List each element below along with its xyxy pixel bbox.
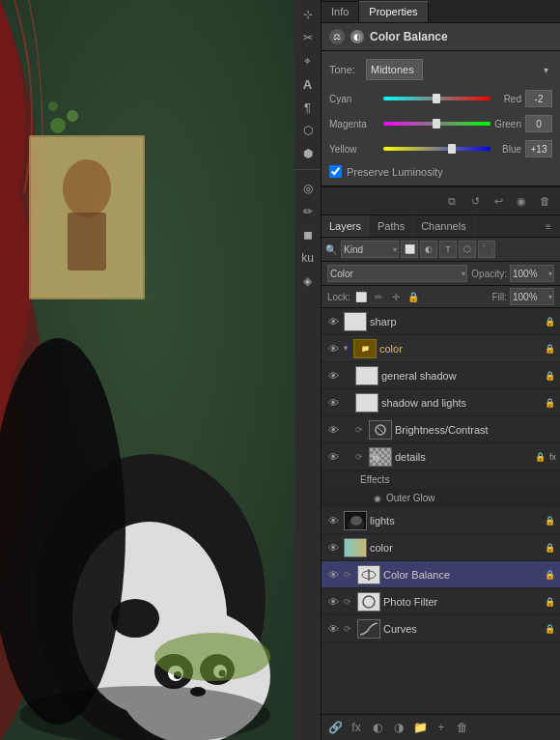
yellow-label: Yellow xyxy=(329,144,379,155)
filter-shape-btn[interactable]: ⬡ xyxy=(459,241,476,258)
rotate-icon[interactable]: ↺ xyxy=(465,191,485,211)
layers-menu-btn[interactable]: ≡ xyxy=(541,218,556,234)
tool-3d[interactable]: ◈ xyxy=(297,270,319,292)
layer-item-lights[interactable]: 👁 lights 🔒 xyxy=(322,507,560,534)
layer-name-details: details xyxy=(395,451,534,463)
undo-icon[interactable]: ↩ xyxy=(489,191,508,211)
preserve-luminosity-checkbox[interactable] xyxy=(329,165,342,178)
layer-item-photo-filter[interactable]: 👁 ⟳ Photo Filter 🔒 xyxy=(322,588,560,615)
blend-mode-select[interactable]: Color xyxy=(327,265,467,282)
tone-select-wrap: Midtones Shadows Highlights xyxy=(366,59,552,80)
opacity-select[interactable]: 100% xyxy=(510,265,554,282)
layer-vis-color-group[interactable]: 👁 xyxy=(325,341,341,356)
layer-item-details[interactable]: 👁 ⟳ fx details 🔒 fx xyxy=(322,443,560,470)
tool-text2[interactable]: ku xyxy=(297,247,319,269)
layer-lock-color-balance: 🔒 xyxy=(543,568,556,582)
layer-name-sharp: sharp xyxy=(370,316,543,327)
layer-vis-brightness[interactable]: 👁 xyxy=(325,422,341,438)
effects-outer-glow[interactable]: ◉ Outer Glow xyxy=(322,490,560,507)
lock-image-btn[interactable]: ✏ xyxy=(372,290,385,303)
layer-lock-color-group: 🔒 xyxy=(543,342,556,356)
cyan-red-slider[interactable] xyxy=(383,93,490,104)
layer-vis-general-shadow[interactable]: 👁 xyxy=(325,368,341,384)
layer-item-color-gradient[interactable]: 👁 color 🔒 xyxy=(322,534,560,561)
filter-adjustment-btn[interactable]: ◐ xyxy=(420,241,437,258)
lock-transparent-btn[interactable]: ⬜ xyxy=(354,290,368,303)
layer-name-lights: lights xyxy=(370,515,543,527)
tab-info[interactable]: Info xyxy=(322,1,359,22)
layer-vis-color-gradient[interactable]: 👁 xyxy=(325,540,341,555)
new-adjustment-btn[interactable]: ◑ xyxy=(389,718,408,737)
layer-thumb-general-shadow xyxy=(355,366,378,385)
tool-stamp[interactable]: ◎ xyxy=(297,178,319,199)
right-panel: Info Properties ⚖ ◐ Color Balance Tone: … xyxy=(322,0,560,740)
delete-layer-btn[interactable]: 🗑 xyxy=(453,718,472,737)
layer-name-color-group: color xyxy=(379,343,543,355)
visibility-icon[interactable]: ◉ xyxy=(512,191,531,211)
layer-vis-curves[interactable]: 👁 xyxy=(325,621,341,637)
cyan-red-value[interactable]: -2 xyxy=(525,90,552,107)
layer-vis-sharp[interactable]: 👁 xyxy=(325,314,341,329)
tab-channels[interactable]: Channels xyxy=(413,215,474,237)
outer-glow-vis[interactable]: ◉ xyxy=(372,493,383,504)
tool-select[interactable]: ✂ xyxy=(297,27,319,48)
lock-position-btn[interactable]: ✛ xyxy=(389,290,403,303)
cyan-label: Cyan xyxy=(329,94,379,104)
tool-lasso[interactable]: ⌖ xyxy=(297,50,319,71)
layer-vis-photo-filter[interactable]: 👁 xyxy=(325,594,341,610)
svg-point-6 xyxy=(50,118,66,133)
clipboard-icon[interactable]: ⧉ xyxy=(442,191,462,211)
layer-item-general-shadow[interactable]: 👁 general shadow 🔒 xyxy=(322,362,560,389)
filter-icon: 🔍 xyxy=(325,244,337,255)
fill-select[interactable]: 100% xyxy=(510,288,554,305)
filter-kind-select[interactable]: Kind xyxy=(341,241,399,258)
add-mask-btn[interactable]: ◐ xyxy=(368,718,387,737)
new-layer-btn[interactable]: + xyxy=(432,718,451,737)
link-layers-btn[interactable]: 🔗 xyxy=(325,718,345,737)
lock-all-btn[interactable]: 🔒 xyxy=(406,290,420,303)
opacity-label: Opacity: xyxy=(471,269,507,279)
layer-lock-sharp: 🔒 xyxy=(543,315,556,328)
tool-para[interactable]: ¶ xyxy=(297,97,319,118)
magenta-green-value[interactable]: 0 xyxy=(525,115,552,132)
delete-icon[interactable]: 🗑 xyxy=(535,191,554,211)
layer-item-curves[interactable]: 👁 ⟳ Curves 🔒 xyxy=(322,615,560,642)
layer-vis-shadow-lights[interactable]: 👁 xyxy=(325,395,341,411)
yellow-blue-slider[interactable] xyxy=(383,143,490,155)
add-style-btn[interactable]: fx xyxy=(347,718,366,737)
svg-point-7 xyxy=(67,110,78,122)
layer-link-photo-filter: ⟳ xyxy=(341,595,354,609)
new-group-btn[interactable]: 📁 xyxy=(410,718,430,737)
tool-move[interactable]: ⊹ xyxy=(297,4,319,25)
layer-item-color-balance[interactable]: 👁 ⟳ Color Balance 🔒 xyxy=(322,561,560,588)
layer-lock-photo-filter: 🔒 xyxy=(543,595,556,609)
preserve-luminosity-label: Preserve Luminosity xyxy=(347,166,443,178)
layer-thumb-details: fx xyxy=(369,447,392,467)
layer-item-color-group[interactable]: 👁 ▼ 📁 color 🔒 xyxy=(322,335,560,362)
tab-paths[interactable]: Paths xyxy=(370,215,413,237)
filter-smart-btn[interactable]: ⬛ xyxy=(478,241,495,258)
tool-gradient[interactable]: ◼ xyxy=(297,224,319,245)
layer-vis-color-balance[interactable]: 👁 xyxy=(325,567,341,583)
tool-transform[interactable]: ⬡ xyxy=(297,120,319,141)
tool-type[interactable]: A xyxy=(297,73,319,95)
layer-group-arrow-color[interactable]: ▼ xyxy=(341,344,350,354)
layer-vis-lights[interactable]: 👁 xyxy=(325,513,341,528)
layer-link-details: ⟳ xyxy=(352,450,366,464)
magenta-green-slider[interactable] xyxy=(383,118,490,129)
yellow-blue-value[interactable]: +13 xyxy=(525,140,552,157)
filter-pixel-btn[interactable]: ⬜ xyxy=(401,241,418,258)
layer-name-general-shadow: general shadow xyxy=(381,370,543,382)
svg-rect-5 xyxy=(68,213,106,270)
filter-type-btn[interactable]: T xyxy=(439,241,457,258)
layer-item-sharp[interactable]: 👁 sharp 🔒 xyxy=(322,308,560,335)
tool-brush[interactable]: ✏ xyxy=(297,201,319,222)
layer-vis-details[interactable]: 👁 xyxy=(325,449,341,465)
layer-item-brightness[interactable]: 👁 ⟳ Brightness/Contrast xyxy=(322,416,560,443)
tab-properties[interactable]: Properties xyxy=(359,1,428,22)
layers-section: Layers Paths Channels ≡ 🔍 Kind ⬜ ◐ T ⬡ ⬛ xyxy=(322,215,560,740)
tone-select[interactable]: Midtones Shadows Highlights xyxy=(366,59,423,80)
tab-layers[interactable]: Layers xyxy=(322,215,370,237)
tool-warp[interactable]: ⬢ xyxy=(297,143,319,164)
layer-item-shadow-lights[interactable]: 👁 shadow and lights 🔒 xyxy=(322,389,560,416)
